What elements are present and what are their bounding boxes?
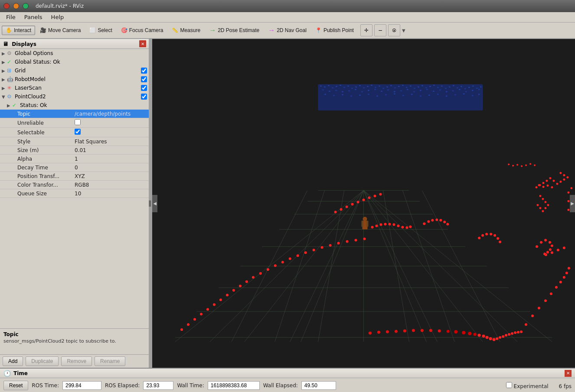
svg-point-260 bbox=[363, 217, 367, 221]
remove-button[interactable]: Remove bbox=[61, 356, 92, 366]
tool-focus-camera[interactable]: 🎯 Focus Camera bbox=[117, 26, 167, 35]
svg-point-174 bbox=[563, 276, 565, 279]
svg-point-161 bbox=[505, 334, 507, 337]
svg-point-211 bbox=[405, 226, 408, 229]
svg-point-241 bbox=[481, 234, 484, 236]
experimental-checkbox[interactable] bbox=[506, 382, 512, 388]
svg-point-184 bbox=[549, 177, 551, 179]
svg-point-149 bbox=[454, 330, 457, 334]
add-button[interactable]: Add bbox=[3, 356, 23, 366]
svg-point-189 bbox=[570, 187, 572, 189]
tree-item-laserscan[interactable]: ▶ ✳ LaserScan bbox=[0, 84, 149, 92]
tree-item-robotmodel[interactable]: ▶ 🤖 RobotModel bbox=[0, 75, 149, 84]
viewport-left-arrow[interactable]: ◀ bbox=[152, 195, 157, 212]
close-time-button[interactable]: ✕ bbox=[565, 370, 572, 377]
svg-rect-44 bbox=[386, 87, 388, 87]
tool-move-camera[interactable]: 🎥 Move Camera bbox=[36, 26, 85, 35]
wall-time-input[interactable] bbox=[208, 381, 260, 390]
tool-select[interactable]: ⬜ Select bbox=[85, 26, 116, 35]
svg-point-200 bbox=[549, 248, 552, 251]
reset-button[interactable]: Reset bbox=[3, 381, 28, 390]
duplicate-button[interactable]: Duplicate bbox=[26, 356, 59, 366]
grid-checkbox[interactable] bbox=[141, 68, 147, 74]
wall-elapsed-input[interactable] bbox=[301, 381, 336, 390]
svg-rect-103 bbox=[402, 95, 404, 96]
close-displays-button[interactable]: ✕ bbox=[139, 40, 146, 47]
svg-rect-84 bbox=[420, 90, 421, 91]
pose-estimate-icon: → bbox=[209, 26, 216, 34]
svg-point-256 bbox=[542, 210, 544, 212]
svg-rect-36 bbox=[356, 87, 357, 87]
grid-floor bbox=[175, 191, 552, 342]
menu-help[interactable]: Help bbox=[47, 13, 69, 21]
extra-btn-plus[interactable]: ✛ bbox=[360, 24, 372, 36]
unreliable-checkbox[interactable] bbox=[75, 119, 81, 125]
svg-rect-58 bbox=[441, 86, 442, 87]
svg-point-169 bbox=[538, 307, 540, 309]
minimize-button[interactable] bbox=[13, 3, 19, 9]
tree-item-pointcloud2[interactable]: ▼ ⚙ PointCloud2 bbox=[0, 92, 149, 101]
svg-point-239 bbox=[446, 223, 449, 225]
tool-interact[interactable]: ✋ Interact bbox=[2, 26, 35, 35]
prop-queue-size: Queue Size 10 bbox=[0, 189, 149, 198]
svg-point-246 bbox=[499, 240, 501, 243]
tree-item-global-options[interactable]: ▶ ⚙ Global Options bbox=[0, 49, 149, 58]
tool-pose-estimate[interactable]: → 2D Pose Estimate bbox=[205, 25, 263, 36]
ros-elapsed-input[interactable] bbox=[143, 381, 173, 390]
svg-rect-98 bbox=[359, 95, 361, 96]
svg-rect-33 bbox=[344, 87, 345, 88]
svg-rect-101 bbox=[385, 94, 386, 95]
svg-point-209 bbox=[397, 224, 399, 227]
maximize-button[interactable] bbox=[23, 3, 29, 9]
extra-btn-3d[interactable]: ⦿ bbox=[388, 24, 400, 36]
time-fields-row: Reset ROS Time: ROS Elapsed: Wall Time: … bbox=[0, 378, 575, 392]
tool-nav-goal[interactable]: → 2D Nav Goal bbox=[264, 25, 310, 36]
svg-point-201 bbox=[546, 251, 549, 253]
viewport-right-arrow[interactable]: ▶ bbox=[570, 195, 575, 212]
robotmodel-checkbox[interactable] bbox=[141, 76, 147, 82]
prop-style: Style Flat Squares bbox=[0, 137, 149, 146]
svg-rect-90 bbox=[459, 89, 460, 90]
tree-item-status-ok[interactable]: ▶ ✓ Status: Ok bbox=[0, 101, 149, 110]
fps-display: Experimental 6 fps bbox=[506, 382, 572, 389]
viewport-3d[interactable]: ◀ ▶ bbox=[152, 39, 575, 368]
selectable-checkbox[interactable] bbox=[75, 129, 81, 135]
tree-item-global-status[interactable]: ▶ ✓ Global Status: Ok bbox=[0, 58, 149, 66]
pointcloud2-checkbox[interactable] bbox=[141, 94, 147, 100]
svg-rect-87 bbox=[439, 90, 441, 91]
svg-rect-28 bbox=[324, 87, 326, 87]
svg-point-257 bbox=[539, 207, 541, 209]
svg-point-204 bbox=[375, 224, 378, 227]
svg-point-143 bbox=[403, 330, 406, 333]
displays-tree[interactable]: ▶ ⚙ Global Options ▶ ✓ Global Status: Ok… bbox=[0, 49, 149, 328]
extra-btn-minus[interactable]: − bbox=[374, 24, 386, 36]
tool-publish-point[interactable]: 📍 Publish Point bbox=[311, 26, 358, 35]
svg-point-173 bbox=[559, 281, 562, 283]
close-button[interactable] bbox=[3, 3, 10, 9]
window-title: default.rviz* - RViz bbox=[36, 3, 84, 9]
svg-rect-61 bbox=[453, 85, 454, 86]
svg-point-213 bbox=[334, 211, 337, 213]
prop-size: Size (m) 0.01 bbox=[0, 146, 149, 155]
svg-point-194 bbox=[567, 209, 569, 211]
svg-rect-39 bbox=[367, 86, 368, 87]
prop-topic[interactable]: Topic /camera/depth/points bbox=[0, 110, 149, 118]
rename-button[interactable]: Rename bbox=[95, 356, 125, 366]
menu-panels[interactable]: Panels bbox=[20, 13, 47, 21]
svg-rect-112 bbox=[478, 94, 480, 95]
svg-point-192 bbox=[567, 200, 569, 202]
svg-point-206 bbox=[384, 223, 386, 225]
laserscan-checkbox[interactable] bbox=[141, 85, 147, 91]
svg-rect-35 bbox=[352, 88, 353, 89]
menu-file[interactable]: File bbox=[2, 13, 20, 21]
tool-measure[interactable]: 📏 Measure bbox=[168, 26, 204, 35]
svg-point-216 bbox=[351, 203, 354, 206]
toolbar: ✋ Interact 🎥 Move Camera ⬜ Select 🎯 Focu… bbox=[0, 23, 575, 39]
svg-point-179 bbox=[566, 176, 568, 178]
tree-item-grid[interactable]: ▶ ⊞ Grid bbox=[0, 66, 149, 75]
ros-time-input[interactable] bbox=[62, 381, 101, 390]
svg-point-210 bbox=[401, 226, 404, 228]
svg-point-175 bbox=[565, 272, 568, 274]
bottom-buttons: Add Duplicate Remove Rename bbox=[0, 354, 149, 368]
svg-point-131 bbox=[304, 251, 307, 254]
